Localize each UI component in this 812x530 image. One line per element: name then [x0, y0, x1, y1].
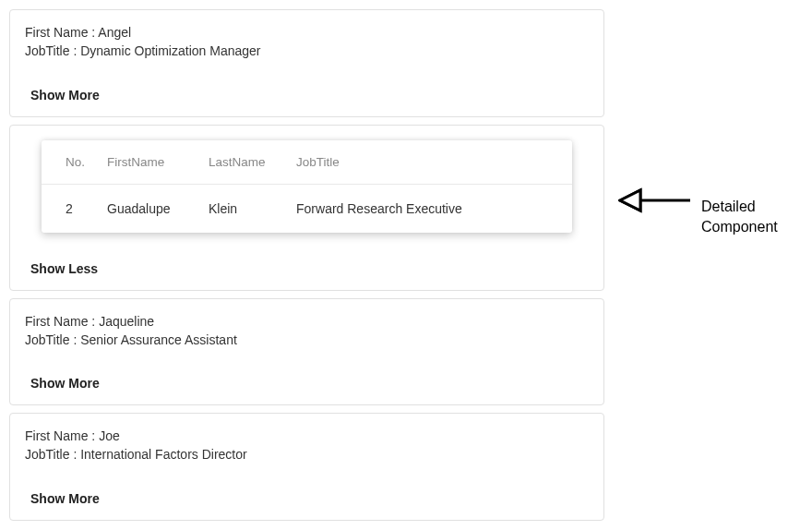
job-title-line: JobTitle : Dynamic Optimization Manager	[25, 42, 589, 60]
first-name-value: Angel	[98, 25, 131, 40]
show-less-button[interactable]: Show Less	[30, 261, 98, 276]
job-title-line: JobTitle : Senior Assurance Assistant	[25, 331, 589, 349]
person-card-expanded: No. FirstName LastName JobTitle 2 Guadal…	[9, 125, 604, 291]
person-card: First Name : Joe JobTitle : Internationa…	[9, 413, 604, 521]
first-name-line: First Name : Jaqueline	[25, 312, 589, 331]
job-title-value: Dynamic Optimization Manager	[80, 43, 260, 58]
detail-data-row: 2 Guadalupe Klein Forward Research Execu…	[42, 184, 572, 233]
header-last-name: LastName	[197, 140, 285, 185]
card-actions: Show More	[10, 479, 603, 520]
first-name-label: First Name :	[25, 25, 98, 40]
annotation: Detailed Component	[618, 171, 778, 238]
detail-table: No. FirstName LastName JobTitle 2 Guadal…	[42, 140, 572, 233]
job-title-label: JobTitle :	[25, 332, 80, 347]
person-card: First Name : Angel JobTitle : Dynamic Op…	[9, 9, 604, 117]
first-name-value: Joe	[99, 428, 120, 443]
svg-marker-2	[620, 190, 640, 211]
annotation-line2: Component	[701, 217, 778, 237]
detail-header-row: No. FirstName LastName JobTitle	[42, 140, 572, 185]
arrow-left-icon	[618, 182, 692, 219]
annotation-text: Detailed Component	[701, 197, 778, 238]
first-name-line: First Name : Joe	[25, 427, 589, 445]
show-more-button[interactable]: Show More	[30, 88, 100, 102]
job-title-value: International Factors Director	[80, 447, 247, 462]
card-body: First Name : Joe JobTitle : Internationa…	[10, 414, 603, 472]
cell-first-name: Guadalupe	[96, 184, 197, 233]
job-title-line: JobTitle : International Factors Directo…	[25, 445, 589, 464]
header-job-title: JobTitle	[285, 140, 572, 185]
first-name-line: First Name : Angel	[25, 23, 589, 42]
cell-job-title: Forward Research Executive	[285, 184, 572, 233]
job-title-label: JobTitle :	[25, 447, 80, 462]
card-body: No. FirstName LastName JobTitle 2 Guadal…	[10, 126, 603, 242]
show-more-button[interactable]: Show More	[30, 491, 100, 506]
card-body: First Name : Angel JobTitle : Dynamic Op…	[10, 10, 603, 68]
cell-last-name: Klein	[197, 184, 285, 233]
first-name-label: First Name :	[25, 428, 99, 443]
person-card: First Name : Jaqueline JobTitle : Senior…	[9, 298, 604, 406]
header-first-name: FirstName	[96, 140, 197, 185]
card-actions: Show More	[10, 76, 603, 116]
header-no: No.	[42, 140, 96, 185]
card-actions: Show Less	[10, 249, 603, 290]
job-title-label: JobTitle :	[25, 43, 80, 58]
first-name-label: First Name :	[25, 314, 99, 329]
cell-no: 2	[42, 184, 96, 233]
first-name-value: Jaqueline	[99, 314, 154, 329]
job-title-value: Senior Assurance Assistant	[80, 332, 237, 347]
card-actions: Show More	[10, 364, 603, 404]
card-body: First Name : Jaqueline JobTitle : Senior…	[10, 299, 603, 357]
annotation-line1: Detailed	[701, 197, 778, 217]
show-more-button[interactable]: Show More	[30, 376, 100, 391]
cards-container: First Name : Angel JobTitle : Dynamic Op…	[9, 9, 803, 521]
